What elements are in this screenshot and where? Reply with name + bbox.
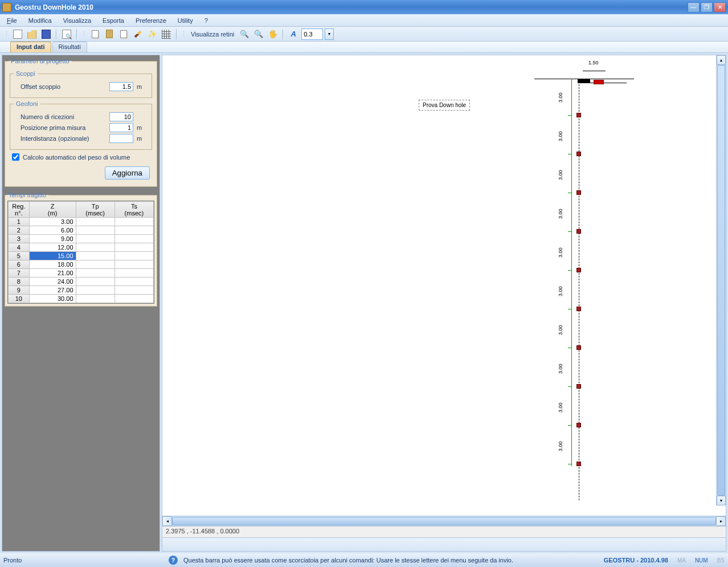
row-number: 8 [9,278,30,286]
geofoni-legend: Geofoni [14,100,40,107]
auto-peso-label: Calcolo automatico del peso di volume [23,154,130,161]
zoom-out-button[interactable]: 🔍 [252,28,265,40]
tp-cell[interactable] [76,269,114,278]
scroll-left-button[interactable]: ◂ [162,516,172,526]
tp-cell[interactable] [76,295,114,303]
preview-button[interactable] [60,28,73,40]
z-cell[interactable]: 27.00 [29,286,76,295]
menu-file[interactable]: File [5,16,19,25]
wizard-button[interactable]: ✨ [146,28,158,40]
tp-cell[interactable] [76,218,114,226]
borehole-line [571,79,572,466]
ts-cell[interactable] [114,226,153,235]
tp-cell[interactable] [76,243,114,252]
pan-button[interactable]: 🖐 [267,28,279,40]
toolbar: ⋮ ⋮ ✨ ⋮ Visualizza retini 🔍 🔍 🖐 A ▾ [0,27,728,42]
status-ma: MA [677,557,686,564]
copy-button[interactable] [89,28,101,40]
tp-cell[interactable] [76,252,114,260]
maximize-button[interactable]: ❐ [701,2,713,13]
tab-input-dati[interactable]: Input dati [10,42,51,52]
font-size-input[interactable] [301,28,323,40]
ts-cell[interactable] [114,295,153,303]
scroll-right-button[interactable]: ▸ [716,516,726,526]
close-button[interactable]: ✕ [714,2,726,13]
zoom-in-icon: 🔍 [240,30,249,38]
font-size-dropdown[interactable]: ▾ [325,28,334,40]
ts-cell[interactable] [114,235,153,243]
z-cell[interactable]: 15.00 [29,252,76,260]
table-row[interactable]: 927.00 [9,286,154,295]
paste-button[interactable] [103,28,116,40]
table-row[interactable]: 13.00 [9,218,154,226]
axis-line [579,79,579,500]
zoom-in-button[interactable]: 🔍 [238,28,251,40]
vertical-scrollbar[interactable]: ▴ ▾ [716,55,726,505]
menu-preferenze[interactable]: Preferenze [133,16,169,25]
schematic-canvas[interactable]: Prova Down hole 1.50 3.003.003.003.003.0… [162,55,726,516]
tempi-table[interactable]: Reg.n°. Z(m) Tp(msec) Ts(msec) 13.0026.0… [8,201,154,303]
aggiorna-button[interactable]: Aggiorna [105,166,150,180]
table-row[interactable]: 1030.00 [9,295,154,303]
ts-cell[interactable] [114,260,153,269]
table-row[interactable]: 26.00 [9,226,154,235]
receiver-marker [576,268,581,272]
window-title: Geostru DownHole 2010 [15,3,688,11]
interdistanza-input[interactable] [109,134,133,143]
table-row[interactable]: 824.00 [9,278,154,286]
row-number: 1 [9,218,30,226]
offset-scoppio-input[interactable] [109,82,133,91]
ts-cell[interactable] [114,269,153,278]
export-button[interactable] [117,28,130,40]
table-row[interactable]: 618.00 [9,260,154,269]
table-row[interactable]: 412.00 [9,243,154,252]
scroll-down-button[interactable]: ▾ [717,496,726,505]
offset-dim-label: 1.50 [588,60,599,66]
new-button[interactable] [11,28,24,40]
menu-utility[interactable]: Utility [175,16,195,25]
ts-cell[interactable] [114,252,153,260]
ts-cell[interactable] [114,286,153,295]
z-cell[interactable]: 21.00 [29,269,76,278]
ts-cell[interactable] [114,243,153,252]
titlebar: Geostru DownHole 2010 — ❐ ✕ [0,0,728,14]
ts-cell[interactable] [114,278,153,286]
z-cell[interactable]: 24.00 [29,278,76,286]
auto-peso-checkbox[interactable] [12,153,19,161]
horizontal-scrollbar[interactable]: ◂ ▸ [162,516,726,526]
menu-modifica[interactable]: Modifica [26,16,54,25]
num-ricezioni-input[interactable] [109,112,133,121]
font-button[interactable]: A [287,28,300,40]
z-cell[interactable]: 3.00 [29,218,76,226]
z-cell[interactable]: 9.00 [29,235,76,243]
menu-help[interactable]: ? [202,16,210,25]
tempi-tragitto-fieldset: Tempi tragitto Reg.n°. Z(m) Tp(msec) Ts(… [5,191,157,307]
parametri-legend: Parametri di progetto [9,58,72,64]
tab-risultati[interactable]: Risultati [52,42,87,52]
table-row[interactable]: 721.00 [9,269,154,278]
pos-prima-misura-input[interactable] [109,123,133,132]
open-button[interactable] [26,28,38,40]
save-button[interactable] [40,28,52,40]
tp-cell[interactable] [76,226,114,235]
minimize-button[interactable]: — [688,2,700,13]
tp-cell[interactable] [76,286,114,295]
menu-visualizza[interactable]: Visualizza [61,16,93,25]
help-icon: ? [169,556,178,565]
tp-cell[interactable] [76,235,114,243]
edit-button[interactable] [132,28,144,40]
z-cell[interactable]: 30.00 [29,295,76,303]
scroll-up-button[interactable]: ▴ [717,55,726,65]
z-cell[interactable]: 6.00 [29,226,76,235]
z-cell[interactable]: 12.00 [29,243,76,252]
table-row[interactable]: 39.00 [9,235,154,243]
tp-cell[interactable] [76,260,114,269]
ts-cell[interactable] [114,218,153,226]
grid-button[interactable] [160,28,173,40]
tp-cell[interactable] [76,278,114,286]
z-cell[interactable]: 18.00 [29,260,76,269]
table-row[interactable]: 515.00 [9,252,154,260]
header-tp: Tp(msec) [76,202,114,218]
menu-esporta[interactable]: Esporta [100,16,126,25]
preview-icon [62,30,71,39]
